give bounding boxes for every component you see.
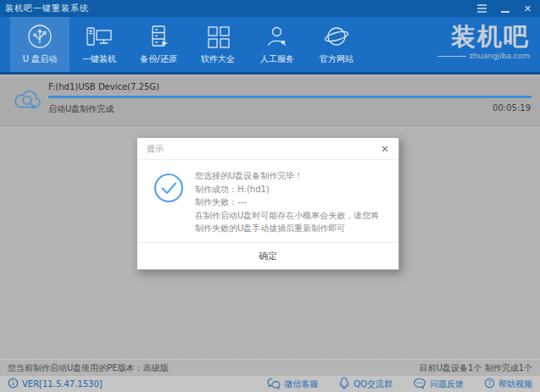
link-feedback[interactable]: 问题反馈 (413, 378, 464, 391)
feedback-icon (413, 378, 426, 391)
window-controls: ✕ (477, 4, 532, 14)
dialog-footer: 确定 (137, 242, 398, 269)
window-title: 装机吧一键重装系统 (5, 3, 89, 14)
tab-backup-restore[interactable]: 备份/还原 (129, 17, 188, 72)
globe-icon (324, 24, 349, 51)
info-icon (8, 378, 19, 390)
dialog-body: 您选择的U盘设备制作完毕！ 制作成功：H:(hd1) 制作失败：--- 在制作启… (137, 160, 398, 242)
usb-summary-text: 目前U盘设备1个 制作完成1个 (420, 362, 532, 374)
statusbar: VER[11.5.47.1530] 微信客服 QQ交流群 (0, 376, 540, 392)
brand-logo: 装机吧 zhuangjiba.com (437, 23, 530, 60)
dialog-line: 制作成功：H:(hd1) (195, 183, 387, 196)
brand-logo-text: 装机吧 (437, 23, 530, 50)
version-info: VER[11.5.47.1530] (8, 378, 103, 390)
tab-one-key-install[interactable]: 一键装机 (70, 17, 129, 72)
link-qq-group[interactable]: QQ交流群 (338, 377, 392, 391)
dialog-title: 提示 (147, 143, 164, 155)
cloud-device-icon (11, 86, 45, 116)
notice-dialog: 提示 ✕ 您选择的U盘设备制作完毕！ 制作成功：H:(hd1) 制作失败：---… (136, 137, 399, 270)
minimize-icon[interactable] (501, 11, 509, 13)
tab-label: 备份/还原 (140, 53, 176, 65)
version-text: VER[11.5.47.1530] (22, 379, 103, 389)
logo-rule (437, 56, 466, 57)
computer-icon (85, 24, 114, 51)
tab-software-collection[interactable]: 软件大全 (188, 17, 248, 72)
brand-logo-domain: zhuangjiba.com (437, 52, 530, 60)
support-person-icon (264, 24, 290, 51)
link-help-videos[interactable]: ? 帮助视频 (484, 378, 532, 390)
footer-info-row: 您当前制作启动U盘使用的PE版本：高级版 目前U盘设备1个 制作完成1个 (0, 359, 540, 376)
progress-bar (48, 96, 532, 98)
svg-text:?: ? (487, 379, 491, 387)
dialog-line: 您选择的U盘设备制作完毕！ (195, 169, 387, 183)
dialog-line: 制作失败：--- (195, 196, 387, 209)
confirm-button[interactable]: 确定 (242, 246, 294, 266)
dialog-line: 在制作启动U盘时可能存在小概率会失败，请您将制作失败的U盘手动拔插后重新制作即可 (195, 209, 387, 235)
dialog-message: 您选择的U盘设备制作完毕！ 制作成功：H:(hd1) 制作失败：--- 在制作启… (195, 169, 387, 235)
statusbar-links: 微信客服 QQ交流群 (247, 377, 532, 391)
wechat-icon (267, 378, 281, 391)
tab-label: 一键装机 (82, 53, 116, 65)
link-wechat-support[interactable]: 微信客服 (267, 378, 318, 391)
tab-label: 软件大全 (201, 53, 235, 65)
tab-label: U 盘启动 (23, 53, 58, 65)
elapsed-time: 00:05:19 (493, 103, 531, 113)
tab-support-service[interactable]: 人工服务 (248, 17, 307, 72)
dialog-header: 提示 ✕ (137, 138, 398, 160)
backup-restore-icon (146, 24, 171, 51)
tab-usb-boot[interactable]: U 盘启动 (10, 17, 70, 72)
tab-official-website[interactable]: 官方网站 (307, 17, 366, 72)
titlebar: 装机吧一键重装系统 ✕ (0, 0, 540, 17)
app-window: 装机吧一键重装系统 ✕ U 盘启动 (0, 0, 540, 392)
close-icon[interactable]: ✕ (524, 4, 532, 14)
menu-icon[interactable] (477, 4, 487, 13)
help-icon: ? (484, 378, 495, 390)
dialog-close-icon[interactable]: ✕ (381, 144, 389, 154)
software-grid-icon (205, 24, 231, 51)
tab-label: 官方网站 (320, 53, 354, 65)
device-status-text: 启动U盘制作完成 (48, 103, 114, 115)
pe-version-text: 您当前制作启动U盘使用的PE版本：高级版 (8, 362, 169, 374)
qq-icon (338, 377, 350, 391)
device-panel: F:(hd1)USB Device(7.25G) 启动U盘制作完成 00:05:… (0, 77, 540, 126)
usb-icon (27, 24, 53, 51)
tab-label: 人工服务 (260, 53, 294, 65)
toolbar: U 盘启动 一键装机 备份/还原 (0, 17, 540, 75)
device-name: F:(hd1)USB Device(7.25G) (48, 82, 159, 91)
success-check-icon (153, 172, 185, 235)
progress-fill (48, 96, 532, 98)
